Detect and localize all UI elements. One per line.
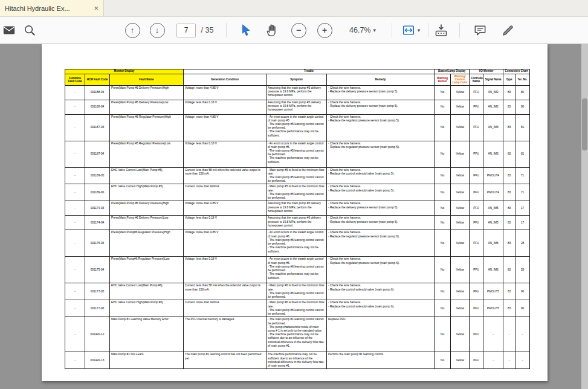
column-header: Ter. No. (515, 74, 530, 86)
vertical-scrollbar[interactable] (581, 44, 588, 389)
email-button[interactable] (1, 17, 17, 43)
table-cell: 83 (503, 141, 515, 167)
zoom-in-icon: + (317, 23, 332, 38)
table-cell: No (435, 283, 451, 300)
column-header: Symptom (267, 74, 327, 86)
zoom-level-dropdown[interactable]: 46.7% ▾ (340, 17, 385, 43)
table-cell: Press(Main Pump #5 Regulator Pressure)Hi… (110, 114, 184, 141)
table-cell: - Check the wire harness. - Replace the … (327, 184, 435, 201)
table-cell: Assuming that the main pump #5 delivery … (267, 85, 327, 100)
table-cell: 71 (515, 167, 530, 184)
fill-sign-button[interactable] (499, 17, 516, 43)
table-cell: 001175-04 (85, 257, 110, 283)
page-number-field[interactable] (176, 17, 196, 43)
hand-tool-button[interactable] (265, 17, 280, 43)
next-page-button[interactable]: ↓ (149, 17, 165, 43)
zoom-in-button[interactable]: + (317, 17, 332, 43)
table-cell: 83 (503, 114, 515, 141)
page-number-input[interactable] (176, 24, 196, 37)
table-cell: 001177-06 (85, 300, 110, 317)
table-cell: 90 (515, 283, 530, 300)
chevron-down-icon: ▾ (373, 27, 376, 33)
table-cell: 001420-13 (85, 352, 110, 369)
column-header: Remedy (327, 74, 435, 86)
table-cell: 001188-03 (85, 85, 110, 100)
table-cell: - (65, 216, 85, 230)
zoom-level-value: 46.7% (349, 26, 370, 34)
toolbar-divider (428, 23, 428, 37)
table-cell: Voltage: less than 0.18 V (184, 141, 267, 167)
tab-bar: Hitachi Hydraulic Ex... × (0, 0, 588, 17)
table-cell: Voltage: more than 4.85 V (184, 201, 267, 216)
table-cell: 001174-04 (85, 216, 110, 230)
table-row: -001177-06EHC Valve Current High(Main Pu… (65, 300, 530, 317)
table-cell: Main Pump #1 Learning Value Memory Error (110, 317, 184, 352)
table-cell: Press(Main Pump#6 Regulator Pressure)Low (110, 257, 184, 283)
table-cell: Voltage: less than 0.18 V (184, 257, 267, 283)
table-cell: - Check the wire harness. - Replace the … (327, 257, 435, 283)
table-cell: - (65, 141, 85, 167)
document-tab[interactable]: Hitachi Hydraulic Ex... × (0, 0, 104, 16)
table-cell: - (503, 317, 515, 352)
fit-page-dropdown[interactable]: ▾ (399, 17, 423, 43)
column-header: Cummins Fault Code (65, 74, 85, 86)
table-cell: No (435, 257, 451, 283)
zoom-out-button[interactable]: − (291, 17, 306, 43)
table-cell: - (65, 257, 85, 283)
table-cell: - An error occurs in the swash angle con… (267, 114, 327, 141)
group-header: Trouble (184, 69, 435, 74)
table-cell: 81 (515, 141, 530, 167)
table-cell: Voltage: less than 0.18 V (184, 100, 267, 114)
comment-bubble-icon (473, 24, 487, 37)
page-count-label: / 35 (201, 26, 214, 34)
table-cell: 001177-05 (85, 283, 110, 300)
table-cell: Yellow (451, 216, 470, 230)
download-button[interactable] (433, 17, 450, 43)
table-cell: No (435, 317, 451, 352)
table-cell: - An error occurs in the swash angle con… (267, 230, 327, 257)
page-down-icon: ↓ (150, 23, 165, 38)
table-cell: Yellow (451, 257, 470, 283)
table-row: -001420-12Main Pump #1 Learning Value Me… (65, 317, 530, 352)
table-cell: EHC Valve Current Low(Main Pump #5) (110, 167, 184, 184)
main-toolbar: ↑ ↓ / 35 − + 46.7% ▾ ▾ (0, 17, 588, 44)
table-cell: PFU (470, 85, 483, 100)
table-cell: No (435, 114, 451, 141)
group-header: I/O Monitor (470, 69, 503, 74)
table-cell: - Check the wire harness. - Replace the … (327, 85, 435, 100)
table-cell: PFU (470, 114, 483, 141)
find-button[interactable] (22, 17, 37, 43)
table-cell: PFU (470, 352, 483, 369)
table-cell: PFU (470, 167, 483, 184)
scrollbar-thumb[interactable] (582, 98, 587, 150)
table-cell: - The main pump #1 learning control cann… (267, 317, 327, 352)
table-row: -001189-05EHC Valve Current Low(Main Pum… (65, 167, 530, 184)
table-cell: Yellow (451, 167, 470, 184)
table-cell: 001189-05 (85, 167, 110, 184)
table-cell: 83 (503, 300, 515, 317)
previous-page-button[interactable]: ↑ (124, 17, 140, 43)
table-row: -001188-03Press(Main Pump #5 Delivery Pr… (65, 85, 530, 100)
table-cell: - Main pump #6 is fixed to the minimum f… (267, 300, 327, 317)
table-row: -001174-03Press(Main Pump #6 Delivery Pr… (65, 201, 530, 216)
column-header: HCM Fault Code (85, 74, 110, 86)
table-cell: The machine performance may not be suffi… (267, 352, 327, 369)
table-cell: Current: more than 920mA (184, 184, 267, 201)
group-header: Monitor Display (65, 69, 184, 74)
comment-button[interactable] (471, 17, 488, 43)
select-tool-button[interactable] (238, 17, 254, 43)
pdf-page: Monitor DisplayTroubleBuzzer/Lamp Displa… (42, 44, 548, 381)
table-cell: - Check the wire harness. - Replace the … (327, 230, 435, 257)
table-cell: 83 (503, 257, 515, 283)
table-cell: No (435, 230, 451, 257)
table-cell: 001420-12 (85, 317, 110, 352)
table-cell: Press(Main Pump #5 Regulator Pressure)Lo… (110, 141, 184, 167)
toolbar-divider (226, 23, 227, 37)
group-header: Buzzer/Lamp Display (435, 69, 470, 74)
table-cell: 71 (515, 184, 530, 201)
table-cell: - (65, 201, 85, 216)
close-tab-icon[interactable]: × (94, 4, 99, 12)
table-cell: PMOUT4 (483, 167, 503, 184)
table-cell: Yellow (451, 300, 470, 317)
table-cell: No (435, 300, 451, 317)
